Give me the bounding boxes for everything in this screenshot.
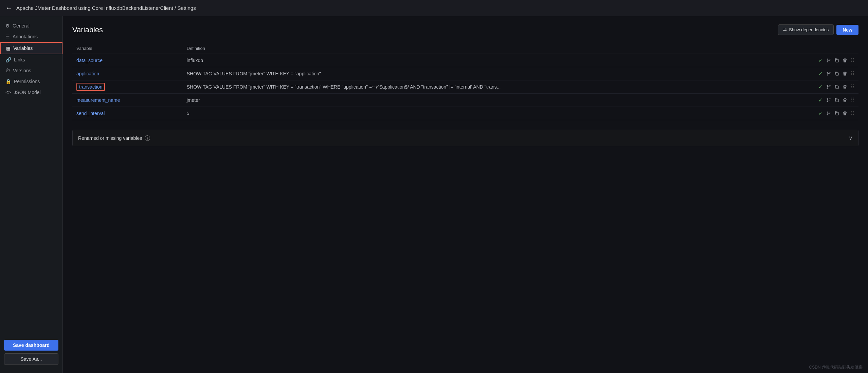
copy-icon[interactable] bbox=[834, 71, 839, 76]
svg-rect-19 bbox=[836, 99, 838, 102]
table-row: measurement_namejmeter✓⠿ bbox=[72, 94, 858, 107]
branch-icon[interactable] bbox=[826, 85, 831, 89]
svg-point-12 bbox=[827, 88, 828, 89]
share-icon: ⇄ bbox=[783, 27, 787, 32]
copy-icon[interactable] bbox=[834, 111, 839, 116]
sidebar-item-label-permissions: Permissions bbox=[14, 79, 40, 84]
chevron-down-icon: ∨ bbox=[849, 135, 853, 141]
save-dashboard-button[interactable]: Save dashboard bbox=[4, 340, 58, 351]
branch-icon[interactable] bbox=[826, 98, 831, 102]
svg-point-22 bbox=[827, 114, 828, 115]
delete-icon[interactable] bbox=[843, 98, 847, 102]
table-row: transactionSHOW TAG VALUES FROM "jmeter"… bbox=[72, 80, 858, 94]
back-button[interactable]: ← bbox=[5, 4, 12, 12]
delete-icon[interactable] bbox=[843, 58, 847, 63]
sidebar-item-label-annotations: Annotations bbox=[13, 34, 38, 39]
delete-icon[interactable] bbox=[843, 111, 847, 116]
links-icon: 🔗 bbox=[5, 57, 11, 62]
sidebar-item-label-links: Links bbox=[14, 57, 25, 62]
sidebar-item-versions[interactable]: ⏱Versions bbox=[0, 65, 62, 76]
table-row: send_interval5✓⠿ bbox=[72, 107, 858, 120]
new-button[interactable]: New bbox=[836, 25, 858, 35]
copy-icon[interactable] bbox=[834, 58, 839, 63]
annotations-icon: ☰ bbox=[5, 34, 10, 39]
drag-icon[interactable]: ⠿ bbox=[851, 84, 854, 90]
delete-icon[interactable] bbox=[843, 71, 847, 76]
variable-actions: ✓⠿ bbox=[725, 80, 858, 94]
svg-rect-4 bbox=[836, 59, 838, 62]
variable-definition: SHOW TAG VALUES FROM "jmeter" WITH KEY =… bbox=[183, 80, 725, 94]
sidebar-item-json-model[interactable]: <>JSON Model bbox=[0, 87, 62, 98]
branch-icon[interactable] bbox=[826, 71, 831, 76]
variable-name[interactable]: application bbox=[76, 71, 99, 76]
svg-rect-14 bbox=[836, 86, 838, 89]
drag-icon[interactable]: ⠿ bbox=[851, 97, 854, 103]
svg-point-20 bbox=[827, 112, 828, 113]
svg-point-7 bbox=[827, 75, 828, 76]
variable-actions: ✓⠿ bbox=[725, 94, 858, 107]
sidebar-bottom: Save dashboard Save As... bbox=[0, 336, 62, 369]
sidebar-item-label-json-model: JSON Model bbox=[14, 90, 40, 95]
variable-definition: influxdb bbox=[183, 54, 725, 67]
variables-table: Variable Definition data_sourceinfluxdb✓… bbox=[72, 43, 858, 120]
sidebar-item-label-versions: Versions bbox=[13, 68, 31, 73]
variable-actions: ✓⠿ bbox=[725, 107, 858, 120]
table-row: applicationSHOW TAG VALUES FROM "jmeter"… bbox=[72, 67, 858, 80]
variable-name[interactable]: send_interval bbox=[76, 111, 105, 116]
sidebar-item-permissions[interactable]: 🔒Permissions bbox=[0, 76, 62, 87]
variable-name[interactable]: data_source bbox=[76, 58, 103, 63]
header-buttons: ⇄ Show dependencies New bbox=[778, 24, 858, 35]
drag-icon[interactable]: ⠿ bbox=[851, 110, 854, 116]
svg-rect-24 bbox=[836, 112, 838, 115]
variable-definition: jmeter bbox=[183, 94, 725, 107]
variable-name[interactable]: transaction bbox=[76, 83, 105, 91]
copy-icon[interactable] bbox=[834, 98, 839, 102]
variables-header: Variables ⇄ Show dependencies New bbox=[72, 24, 858, 35]
check-icon: ✓ bbox=[818, 84, 823, 90]
branch-icon[interactable] bbox=[826, 58, 831, 63]
sidebar-item-variables[interactable]: ▦Variables bbox=[0, 42, 62, 54]
json-model-icon: <> bbox=[5, 90, 11, 95]
show-dependencies-button[interactable]: ⇄ Show dependencies bbox=[778, 24, 834, 35]
svg-point-5 bbox=[827, 72, 828, 73]
branch-icon[interactable] bbox=[826, 111, 831, 116]
sidebar-item-label-general: General bbox=[13, 23, 30, 29]
col-definition: Definition bbox=[183, 43, 725, 54]
col-variable: Variable bbox=[72, 43, 183, 54]
svg-rect-9 bbox=[836, 73, 838, 75]
svg-point-2 bbox=[827, 61, 828, 62]
sidebar-item-label-variables: Variables bbox=[13, 45, 33, 51]
check-icon: ✓ bbox=[818, 57, 823, 63]
delete-icon[interactable] bbox=[843, 85, 847, 89]
topbar-title: Apache JMeter Dashboard using Core Influ… bbox=[16, 5, 196, 11]
svg-point-15 bbox=[827, 98, 828, 99]
variable-actions: ✓⠿ bbox=[725, 67, 858, 80]
svg-point-17 bbox=[827, 101, 828, 102]
drag-icon[interactable]: ⠿ bbox=[851, 71, 854, 77]
save-as-button[interactable]: Save As... bbox=[4, 353, 58, 365]
drag-icon[interactable]: ⠿ bbox=[851, 57, 854, 63]
renamed-section[interactable]: Renamed or missing variables i ∨ bbox=[72, 130, 858, 146]
show-deps-label: Show dependencies bbox=[789, 27, 829, 32]
svg-point-6 bbox=[830, 72, 831, 73]
sidebar-item-general[interactable]: ⚙General bbox=[0, 20, 62, 31]
sidebar-item-links[interactable]: 🔗Links bbox=[0, 54, 62, 65]
info-icon[interactable]: i bbox=[145, 135, 150, 141]
renamed-text: Renamed or missing variables bbox=[78, 135, 142, 141]
table-row: data_sourceinfluxdb✓⠿ bbox=[72, 54, 858, 67]
versions-icon: ⏱ bbox=[5, 68, 10, 73]
variable-definition: 5 bbox=[183, 107, 725, 120]
variable-definition: SHOW TAG VALUES FROM "jmeter" WITH KEY =… bbox=[183, 67, 725, 80]
svg-point-11 bbox=[830, 85, 831, 86]
copy-icon[interactable] bbox=[834, 85, 839, 89]
check-icon: ✓ bbox=[818, 110, 823, 116]
watermark: CSDN @敲代码敲到头发茂密 bbox=[809, 365, 863, 370]
content-area: Variables ⇄ Show dependencies New Variab… bbox=[63, 16, 868, 373]
page-title: Variables bbox=[72, 25, 103, 34]
variable-name[interactable]: measurement_name bbox=[76, 97, 120, 103]
main-layout: ⚙General☰Annotations▦Variables🔗Links⏱Ver… bbox=[0, 16, 868, 373]
topbar: ← Apache JMeter Dashboard using Core Inf… bbox=[0, 0, 868, 16]
general-icon: ⚙ bbox=[5, 23, 10, 29]
sidebar-item-annotations[interactable]: ☰Annotations bbox=[0, 31, 62, 42]
check-icon: ✓ bbox=[818, 97, 823, 103]
